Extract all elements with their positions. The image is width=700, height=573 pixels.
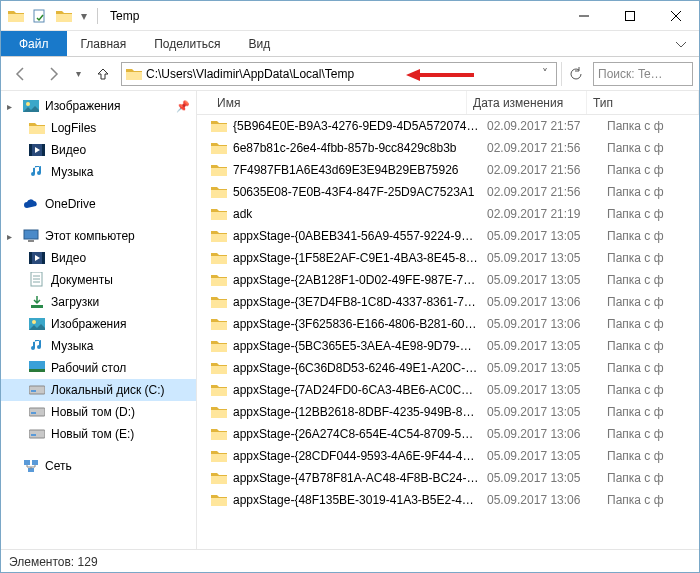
- nav-forward-button[interactable]: [39, 60, 67, 88]
- column-header[interactable]: Имя Дата изменения Тип: [197, 91, 699, 115]
- file-type: Папка с ф: [601, 493, 699, 507]
- file-row[interactable]: appxStage-{12BB2618-8DBF-4235-949B-8…05.…: [197, 401, 699, 423]
- sidebar-item[interactable]: Документы: [1, 269, 196, 291]
- file-row[interactable]: appxStage-{5BC365E5-3AEA-4E98-9D79-…05.0…: [197, 335, 699, 357]
- sidebar-item[interactable]: Музыка: [1, 161, 196, 183]
- svg-rect-10: [29, 144, 32, 156]
- file-date: 05.09.2017 13:05: [481, 361, 601, 375]
- qat-dropdown-icon[interactable]: ▾: [77, 5, 91, 27]
- folder-icon: [211, 471, 227, 485]
- svg-rect-13: [24, 230, 38, 239]
- sidebar-item[interactable]: Музыка: [1, 335, 196, 357]
- sidebar-item[interactable]: Локальный диск (C:): [1, 379, 196, 401]
- sidebar-item[interactable]: LogFiles: [1, 117, 196, 139]
- file-type: Папка с ф: [601, 471, 699, 485]
- sidebar-label: Видео: [51, 143, 196, 157]
- file-row[interactable]: adk02.09.2017 21:19Папка с ф: [197, 203, 699, 225]
- file-date: 05.09.2017 13:06: [481, 295, 601, 309]
- sidebar-group-header[interactable]: ▸Этот компьютер: [1, 225, 196, 247]
- file-row[interactable]: appxStage-{7AD24FD0-6CA3-4BE6-AC0C…05.09…: [197, 379, 699, 401]
- sidebar-label: LogFiles: [51, 121, 196, 135]
- file-type: Папка с ф: [601, 273, 699, 287]
- file-date: 02.09.2017 21:56: [481, 185, 601, 199]
- file-row[interactable]: appxStage-{3F625836-E166-4806-B281-60…05…: [197, 313, 699, 335]
- file-name: 50635E08-7E0B-43F4-847F-25D9AC7523A1: [233, 185, 481, 199]
- folder-icon: [211, 229, 227, 243]
- file-row[interactable]: {5B964E0E-B9A3-4276-9ED9-4D5A572074…02.0…: [197, 115, 699, 137]
- svg-rect-29: [31, 390, 36, 392]
- column-type[interactable]: Тип: [587, 91, 699, 114]
- sidebar-label: OneDrive: [45, 197, 196, 211]
- column-name[interactable]: Имя: [197, 91, 467, 114]
- qat-properties-icon[interactable]: [29, 5, 51, 27]
- column-date[interactable]: Дата изменения: [467, 91, 587, 114]
- nav-up-button[interactable]: [89, 60, 117, 88]
- svg-rect-31: [31, 412, 36, 414]
- file-date: 05.09.2017 13:06: [481, 427, 601, 441]
- sidebar-label: Видео: [51, 251, 196, 265]
- file-name: appxStage-{5BC365E5-3AEA-4E98-9D79-…: [233, 339, 481, 353]
- sidebar-item[interactable]: Новый том (D:): [1, 401, 196, 423]
- folder-icon: [211, 141, 227, 155]
- svg-rect-35: [32, 460, 38, 465]
- ribbon-file-tab[interactable]: Файл: [1, 31, 67, 56]
- folder-icon: [211, 185, 227, 199]
- sidebar-group-header[interactable]: ▸Изображения📌: [1, 95, 196, 117]
- expand-icon[interactable]: ▸: [7, 231, 17, 242]
- folder-icon: [211, 383, 227, 397]
- file-date: 05.09.2017 13:05: [481, 229, 601, 243]
- ribbon-tab-home[interactable]: Главная: [67, 31, 141, 56]
- sidebar-label: Локальный диск (C:): [51, 383, 196, 397]
- file-row[interactable]: 7F4987FB1A6E43d69E3E94B29EB7592602.09.20…: [197, 159, 699, 181]
- folder-icon: [211, 317, 227, 331]
- ribbon-expand-icon[interactable]: [663, 31, 699, 56]
- folder-icon: [211, 251, 227, 265]
- sidebar-item[interactable]: Видео: [1, 247, 196, 269]
- file-row[interactable]: 50635E08-7E0B-43F4-847F-25D9AC7523A102.0…: [197, 181, 699, 203]
- refresh-button[interactable]: [561, 62, 589, 86]
- file-row[interactable]: appxStage-{1F58E2AF-C9E1-4BA3-8E45-8…05.…: [197, 247, 699, 269]
- svg-rect-34: [24, 460, 30, 465]
- maximize-button[interactable]: [607, 1, 653, 31]
- sidebar-item[interactable]: Изображения: [1, 313, 196, 335]
- file-row[interactable]: appxStage-{47B78F81A-AC48-4F8B-BC24-…05.…: [197, 467, 699, 489]
- file-row[interactable]: appxStage-{26A274C8-654E-4C54-8709-5…05.…: [197, 423, 699, 445]
- address-bar[interactable]: C:\Users\Vladimir\AppData\Local\Temp ˅: [121, 62, 557, 86]
- ribbon-tab-view[interactable]: Вид: [234, 31, 284, 56]
- file-row[interactable]: 6e87b81c-26e4-4fbb-857b-9cc8429c8b3b02.0…: [197, 137, 699, 159]
- sidebar[interactable]: ▸Изображения📌LogFilesВидеоМузыкаOneDrive…: [1, 91, 197, 549]
- nav-back-button[interactable]: [7, 60, 35, 88]
- address-dropdown-icon[interactable]: ˅: [538, 67, 552, 81]
- svg-point-8: [26, 102, 30, 106]
- sidebar-group-header[interactable]: Сеть: [1, 455, 196, 477]
- folder-icon: [211, 339, 227, 353]
- file-row[interactable]: appxStage-{6C36D8D53-6246-49E1-A20C-…05.…: [197, 357, 699, 379]
- file-name: appxStage-{0ABEB341-56A9-4557-9224-9…: [233, 229, 481, 243]
- sidebar-item[interactable]: Рабочий стол: [1, 357, 196, 379]
- minimize-button[interactable]: [561, 1, 607, 31]
- search-input[interactable]: Поиск: Te…: [593, 62, 693, 86]
- folder-icon: [211, 163, 227, 177]
- file-type: Папка с ф: [601, 427, 699, 441]
- qat-newfolder-icon[interactable]: [53, 5, 75, 27]
- svg-rect-14: [28, 240, 34, 242]
- file-type: Папка с ф: [601, 383, 699, 397]
- file-row[interactable]: appxStage-{48F135BE-3019-41A3-B5E2-4…05.…: [197, 489, 699, 511]
- sidebar-group-header[interactable]: OneDrive: [1, 193, 196, 215]
- expand-icon[interactable]: ▸: [7, 101, 17, 112]
- file-row[interactable]: appxStage-{0ABEB341-56A9-4557-9224-9…05.…: [197, 225, 699, 247]
- video-icon: [29, 250, 45, 266]
- documents-icon: [29, 272, 45, 288]
- close-button[interactable]: [653, 1, 699, 31]
- sidebar-item[interactable]: Видео: [1, 139, 196, 161]
- sidebar-item[interactable]: Новый том (E:): [1, 423, 196, 445]
- file-row[interactable]: appxStage-{3E7D4FB8-1C8D-4337-8361-7…05.…: [197, 291, 699, 313]
- nav-recent-dropdown[interactable]: ▾: [71, 60, 85, 88]
- ribbon-tab-share[interactable]: Поделиться: [140, 31, 234, 56]
- address-row: ▾ C:\Users\Vladimir\AppData\Local\Temp ˅…: [1, 57, 699, 91]
- network-icon: [23, 458, 39, 474]
- file-row[interactable]: appxStage-{28CDF044-9593-4A6E-9F44-4…05.…: [197, 445, 699, 467]
- disk-icon: [29, 404, 45, 420]
- sidebar-item[interactable]: Загрузки: [1, 291, 196, 313]
- file-row[interactable]: appxStage-{2AB128F1-0D02-49FE-987E-7…05.…: [197, 269, 699, 291]
